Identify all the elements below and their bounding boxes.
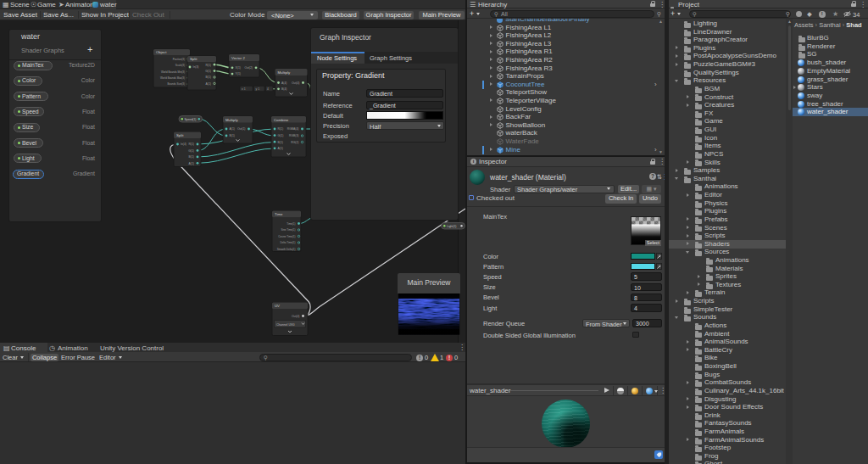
svg-text:Delta Time(1): Delta Time(1) xyxy=(280,241,295,244)
svg-text:B(1): B(1) xyxy=(278,141,283,144)
svg-text:World Bounds Min(3): World Bounds Min(3) xyxy=(161,70,185,74)
svg-text:Channel UV0: Channel UV0 xyxy=(276,323,294,327)
svg-text:A(1): A(1) xyxy=(278,147,283,150)
svg-text:4: 4 xyxy=(267,87,269,91)
svg-text:Time: Time xyxy=(275,212,283,216)
svg-text:UV: UV xyxy=(275,304,280,308)
svg-text:A(4): A(4) xyxy=(281,81,287,85)
svg-text:Out(4): Out(4) xyxy=(292,315,300,318)
svg-text:Sine Time(1): Sine Time(1) xyxy=(281,228,295,232)
svg-text:y 1: y 1 xyxy=(256,87,260,91)
svg-text:RGBA(4): RGBA(4) xyxy=(287,127,299,131)
svg-text:Time(1): Time(1) xyxy=(287,222,295,226)
svg-text:World Bounds Max(3): World Bounds Max(3) xyxy=(160,76,185,80)
svg-text:B(4): B(4) xyxy=(281,87,287,91)
svg-text:RG(2): RG(2) xyxy=(291,141,298,144)
svg-text:R(1): R(1) xyxy=(205,64,211,67)
svg-text:Light(1): Light(1) xyxy=(447,225,457,228)
svg-text:Scale(3): Scale(3) xyxy=(175,64,185,67)
svg-text:Y(1): Y(1) xyxy=(236,72,241,75)
svg-text:Position(3): Position(3) xyxy=(173,58,185,61)
svg-text:R(1): R(1) xyxy=(188,143,194,146)
svg-text:G(1): G(1) xyxy=(205,70,211,73)
svg-text:G(1): G(1) xyxy=(188,149,194,153)
svg-text:Object: Object xyxy=(156,50,167,54)
svg-text:Out(1): Out(1) xyxy=(237,127,246,131)
svg-text:Vector 2: Vector 2 xyxy=(231,56,245,60)
svg-text:Cosine Time(1): Cosine Time(1) xyxy=(278,235,295,238)
svg-text:X(1): X(1) xyxy=(236,66,241,70)
svg-text:B(1): B(1) xyxy=(206,75,211,79)
svg-text:B(1): B(1) xyxy=(189,155,194,159)
svg-text:Split: Split xyxy=(190,57,198,61)
svg-text:In(3): In(3) xyxy=(193,65,199,69)
svg-text:A(1): A(1) xyxy=(230,127,235,131)
svg-text:Out(4): Out(4) xyxy=(292,81,300,85)
svg-text:Combine: Combine xyxy=(274,118,289,122)
svg-text:R(1): R(1) xyxy=(278,127,284,131)
svg-text:Bounds Size(3): Bounds Size(3) xyxy=(167,82,185,86)
svg-text:In(4): In(4) xyxy=(181,143,186,146)
svg-text:RGB(3): RGB(3) xyxy=(289,134,299,137)
svg-text:Split: Split xyxy=(176,133,184,137)
svg-text:Smooth Delta(1): Smooth Delta(1) xyxy=(277,248,296,251)
svg-text:x 1: x 1 xyxy=(242,87,246,91)
svg-text:A(1): A(1) xyxy=(189,162,194,165)
svg-text:Multiply: Multiply xyxy=(225,118,238,122)
svg-text:Out(2): Out(2) xyxy=(244,66,253,70)
svg-text:Multiply: Multiply xyxy=(278,70,291,75)
svg-text:Speed(1): Speed(1) xyxy=(185,118,197,121)
svg-text:A(1): A(1) xyxy=(206,82,211,86)
svg-text:G(1): G(1) xyxy=(278,134,284,137)
svg-text:B(1): B(1) xyxy=(230,134,235,137)
